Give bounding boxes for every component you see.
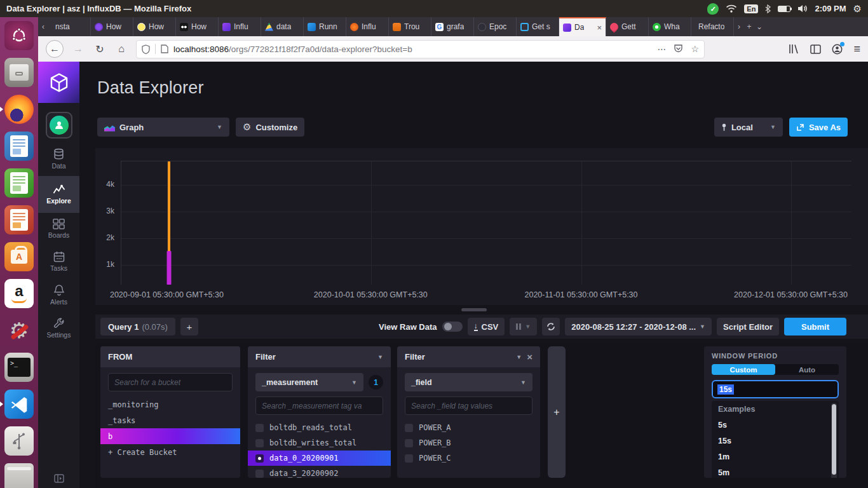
chevron-down-icon[interactable]: ▼	[377, 354, 383, 360]
tag-key-dropdown[interactable]: _measurement ▼	[255, 373, 363, 391]
browser-tab-active[interactable]: Da×	[559, 17, 606, 36]
dock-icon-libreoffice-writer[interactable]	[4, 132, 34, 161]
submit-button[interactable]: Submit	[784, 318, 846, 336]
home-button[interactable]: ⌂	[114, 43, 128, 55]
dock-icon-usb-drive[interactable]	[4, 426, 34, 456]
checkbox[interactable]	[255, 439, 264, 447]
browser-tab[interactable]: Influ	[219, 17, 261, 36]
new-tab-icon[interactable]: +	[744, 17, 754, 36]
dock-icon-files[interactable]	[4, 58, 34, 87]
csv-download-button[interactable]: ↓ CSV	[468, 318, 505, 336]
library-icon[interactable]	[789, 44, 799, 54]
tab-scroll-left-icon[interactable]: ‹	[38, 17, 48, 36]
browser-tab[interactable]: Runn	[304, 17, 346, 36]
field-value-row[interactable]: POWER_C	[397, 451, 540, 466]
checkbox-checked[interactable]	[255, 454, 264, 463]
dropdown-option[interactable]: 5m	[712, 464, 839, 478]
field-search-input[interactable]	[405, 396, 532, 415]
status-check-icon[interactable]: ✓	[707, 3, 719, 15]
measurement-value-row[interactable]: data_3_20200902	[248, 466, 391, 478]
bucket-list-item[interactable]: _monitoring	[100, 396, 240, 412]
tab-close-icon[interactable]: ×	[597, 23, 602, 32]
sidebar-item-settings[interactable]: Settings	[38, 312, 79, 345]
pocket-icon[interactable]	[674, 44, 683, 53]
browser-tab[interactable]: Refacto	[691, 17, 734, 36]
chart-plot[interactable]	[121, 161, 851, 285]
battery-icon[interactable]	[778, 6, 790, 12]
refresh-button[interactable]	[542, 318, 560, 336]
shield-icon[interactable]	[142, 44, 150, 54]
dropdown-option[interactable]: 15s	[712, 433, 839, 449]
browser-tab[interactable]: Epoc	[474, 17, 517, 36]
measurement-search-input[interactable]	[255, 396, 383, 415]
sidebar-item-data[interactable]: Data	[38, 142, 79, 176]
url-bar[interactable]: localhost:8086/orgs/772821f18f2f7a0d/dat…	[136, 40, 705, 58]
mode-custom-button[interactable]: Custom	[712, 364, 775, 375]
checkbox[interactable]	[405, 424, 413, 432]
script-editor-button[interactable]: Script Editor	[717, 318, 779, 336]
create-bucket-button[interactable]: + Create Bucket	[100, 444, 240, 460]
sidebar-item-alerts[interactable]: Alerts	[38, 278, 79, 312]
field-value-row[interactable]: POWER_A	[397, 420, 540, 435]
browser-tab[interactable]: Get s	[517, 17, 559, 36]
browser-tab[interactable]: How	[133, 17, 176, 36]
volume-icon[interactable]	[797, 4, 808, 13]
checkbox[interactable]	[405, 454, 413, 463]
browser-tab[interactable]: Wha	[649, 17, 691, 36]
bluetooth-icon[interactable]	[765, 4, 771, 13]
time-range-dropdown[interactable]: 2020-08-25 12:27 - 2020-12-08 ... ▼	[565, 318, 712, 336]
sidebar-item-explore[interactable]: Explore	[38, 176, 79, 213]
checkbox[interactable]	[255, 470, 264, 478]
scrollbar-thumb[interactable]	[832, 404, 836, 475]
browser-tab[interactable]: Trou	[389, 17, 431, 36]
dropdown-option[interactable]: 1m	[712, 449, 839, 464]
measurement-value-row[interactable]: boltdb_writes_total	[248, 435, 391, 451]
mode-auto-button[interactable]: Auto	[775, 364, 839, 375]
dock-icon-ubuntu-logo[interactable]	[4, 21, 34, 50]
dock-icon-libreoffice-impress[interactable]	[4, 205, 34, 234]
bookmark-star-icon[interactable]: ☆	[691, 44, 699, 54]
view-raw-data-toggle[interactable]	[442, 322, 463, 332]
reload-button[interactable]: ↻	[93, 43, 107, 55]
measurement-value-row-selected[interactable]: data_0_20200901	[248, 451, 391, 466]
dock-icon-terminal[interactable]: >_	[4, 353, 34, 382]
avatar[interactable]	[46, 112, 72, 139]
field-value-row[interactable]: POWER_B	[397, 435, 540, 451]
visualization-type-dropdown[interactable]: Graph ▼	[97, 118, 229, 137]
wifi-icon[interactable]	[726, 4, 737, 13]
scrollbar[interactable]	[831, 403, 837, 478]
page-actions-icon[interactable]: ⋯	[657, 44, 666, 54]
sidebar-item-tasks[interactable]: Tasks	[38, 245, 79, 278]
dock-icon-firefox[interactable]	[4, 95, 34, 124]
keyboard-layout-indicator[interactable]: En	[744, 4, 758, 13]
dock-icon-system-settings[interactable]: ⚙	[4, 316, 34, 345]
pause-button[interactable]: ▼	[510, 318, 537, 336]
dropdown-option[interactable]: 5s	[712, 417, 839, 433]
chevron-down-icon[interactable]: ▼	[516, 354, 522, 360]
dock-icon-vscode[interactable]	[4, 390, 34, 419]
forward-button[interactable]: →	[71, 43, 85, 55]
add-query-button[interactable]: +	[180, 318, 198, 336]
influxdb-logo[interactable]	[38, 62, 79, 103]
browser-tab[interactable]: How	[91, 17, 133, 36]
browser-tab[interactable]: nsta	[48, 17, 91, 36]
save-as-button[interactable]: Save As	[789, 118, 848, 137]
page-info-icon[interactable]	[161, 44, 168, 53]
url-text[interactable]: localhost:8086/orgs/772821f18f2f7a0d/dat…	[173, 44, 412, 54]
dock-icon-amazon[interactable]: a	[4, 279, 34, 308]
menu-hamburger-icon[interactable]: ≡	[853, 43, 860, 56]
account-icon[interactable]	[832, 44, 843, 55]
bucket-search-input[interactable]	[108, 373, 233, 391]
checkbox[interactable]	[405, 439, 413, 447]
customize-button[interactable]: ⚙ Customize	[236, 118, 304, 137]
sidebar-item-boards[interactable]: Boards	[38, 213, 79, 245]
query-tab[interactable]: Query 1 (0.07s)	[100, 318, 175, 336]
timezone-dropdown[interactable]: Local ▼	[714, 118, 783, 137]
tab-list-dropdown-icon[interactable]: ⌄	[754, 17, 764, 36]
back-button[interactable]: ←	[46, 40, 64, 58]
browser-tab[interactable]: Ggrafa	[431, 17, 474, 36]
bucket-list-item[interactable]: _tasks	[100, 412, 240, 428]
add-filter-card-button[interactable]: +	[548, 346, 566, 478]
tag-key-dropdown[interactable]: _field ▼	[405, 373, 532, 391]
pane-resize-handle[interactable]	[461, 308, 487, 311]
